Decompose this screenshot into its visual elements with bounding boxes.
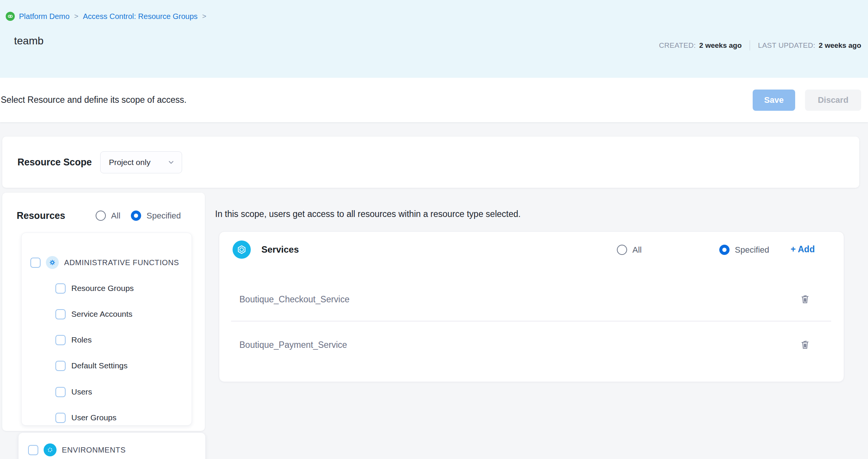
link-rings-icon [6, 12, 15, 21]
tree-item-label[interactable]: User Groups [71, 413, 116, 422]
resources-panel: Resources All Specified [2, 193, 205, 431]
tree-item-users: Users [22, 385, 192, 399]
tree-group-environments: ENVIRONMENTS [19, 443, 205, 457]
page-title: teamb [14, 35, 44, 47]
breadcrumb-separator: > [74, 12, 79, 20]
created-label: CREATED: [659, 41, 696, 50]
resources-radio-all[interactable] [96, 211, 106, 221]
created-value: 2 weeks ago [699, 41, 742, 50]
environments-icon [44, 443, 57, 456]
resource-scope-dropdown-value: Project only [109, 158, 151, 167]
actions-toolbar: Select Resource and define its scope of … [0, 78, 868, 122]
breadcrumb: Platform Demo > Access Control: Resource… [6, 12, 207, 21]
resource-scope-card: Resource Scope Project only [2, 137, 859, 188]
save-button[interactable]: Save [753, 90, 795, 111]
environments-card: ENVIRONMENTS [18, 432, 206, 459]
resources-radio-all-label[interactable]: All [111, 211, 120, 221]
tree-item-service-accounts: Service Accounts [22, 307, 192, 321]
user-groups-checkbox[interactable] [55, 413, 66, 423]
service-name: Boutique_Checkout_Service [239, 294, 349, 305]
resources-title: Resources [17, 210, 65, 221]
tree-item-label[interactable]: Service Accounts [71, 310, 132, 319]
service-name: Boutique_Payment_Service [239, 340, 347, 350]
tree-group-label[interactable]: ADMINISTRATIVE FUNCTIONS [64, 258, 179, 267]
services-radio-all-group: All [617, 245, 642, 255]
services-radio-specified[interactable] [719, 245, 730, 255]
gear-icon [46, 256, 59, 269]
tree-group-administrative-functions: ADMINISTRATIVE FUNCTIONS [22, 256, 192, 269]
default-settings-checkbox[interactable] [55, 361, 66, 371]
row-divider [231, 321, 831, 321]
service-row: Boutique_Payment_Service [219, 337, 844, 352]
service-row: Boutique_Checkout_Service [219, 292, 844, 307]
resources-header: Resources All Specified [17, 210, 181, 221]
services-title: Services [261, 244, 299, 255]
meta-divider [750, 40, 750, 50]
tree-item-label[interactable]: Roles [71, 335, 92, 344]
tree-item-user-groups: User Groups [22, 411, 192, 424]
add-service-button[interactable]: + Add [791, 244, 815, 255]
services-radio-all[interactable] [617, 245, 627, 255]
resource-type-tree: ADMINISTRATIVE FUNCTIONS Resource Groups… [21, 233, 192, 426]
page-header-banner: Platform Demo > Access Control: Resource… [0, 0, 868, 78]
services-radio-specified-group: Specified [719, 245, 769, 255]
breadcrumb-item-section[interactable]: Access Control: Resource Groups [83, 12, 197, 21]
tree-item-label[interactable]: Resource Groups [71, 284, 134, 293]
services-radio-all-label[interactable]: All [632, 245, 642, 255]
tree-item-label[interactable]: Users [71, 387, 92, 396]
delete-service-button[interactable] [799, 338, 811, 351]
delete-service-button[interactable] [799, 293, 811, 306]
trash-icon [800, 294, 810, 305]
toolbar-description: Select Resource and define its scope of … [1, 95, 187, 105]
trash-icon [800, 340, 810, 350]
created-updated-meta: CREATED: 2 weeks ago LAST UPDATED: 2 wee… [659, 40, 861, 50]
breadcrumb-item-project[interactable]: Platform Demo [19, 12, 69, 21]
services-hex-icon [233, 241, 251, 259]
resource-scope-label: Resource Scope [17, 157, 92, 168]
page: Platform Demo > Access Control: Resource… [0, 0, 868, 459]
discard-button[interactable]: Discard [805, 90, 861, 111]
resource-scope-dropdown[interactable]: Project only [100, 151, 182, 173]
scope-description: In this scope, users get access to all r… [215, 209, 520, 219]
resources-radio-specified[interactable] [131, 211, 141, 221]
chevron-down-icon [167, 159, 175, 166]
administrative-functions-checkbox[interactable] [30, 258, 41, 268]
tree-item-default-settings: Default Settings [22, 359, 192, 373]
last-updated-value: 2 weeks ago [819, 41, 861, 50]
roles-checkbox[interactable] [55, 335, 66, 345]
services-radio-specified-label[interactable]: Specified [735, 245, 769, 255]
tree-group-label[interactable]: ENVIRONMENTS [62, 446, 126, 454]
breadcrumb-separator: > [202, 12, 207, 20]
tree-item-resource-groups: Resource Groups [22, 281, 192, 295]
tree-item-roles: Roles [22, 333, 192, 347]
resource-groups-checkbox[interactable] [55, 283, 66, 294]
tree-item-label[interactable]: Default Settings [71, 361, 127, 370]
service-accounts-checkbox[interactable] [55, 309, 66, 319]
last-updated-label: LAST UPDATED: [758, 41, 815, 50]
users-checkbox[interactable] [55, 387, 66, 397]
environments-checkbox[interactable] [28, 445, 38, 455]
services-card: Services All Specified + Add Boutique_Ch… [219, 231, 844, 382]
resources-radio-specified-label[interactable]: Specified [146, 211, 181, 221]
services-card-header: Services [233, 240, 299, 259]
